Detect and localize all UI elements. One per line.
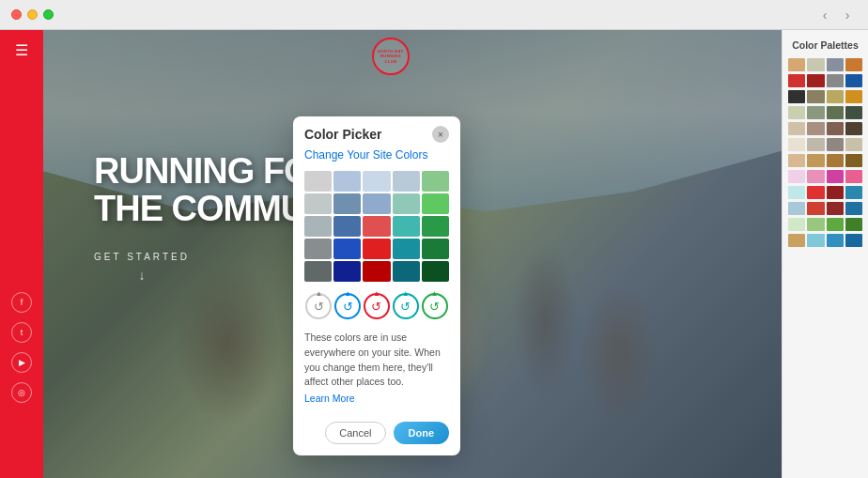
cancel-button[interactable]: Cancel [325,422,385,444]
reset-button-red[interactable]: ▲ ↺ [364,293,390,319]
color-grid [293,171,460,282]
palette-swatch [827,170,844,183]
forward-button[interactable]: › [838,6,857,24]
color-cell[interactable] [422,193,449,214]
traffic-lights [11,9,54,20]
palette-swatch [807,90,824,103]
site-sidebar: ☰ f t ▶ ◎ [0,30,43,478]
indicator-green: ▲ [431,289,439,298]
color-cell[interactable] [393,171,420,192]
palette-row[interactable] [788,202,862,215]
palette-row[interactable] [788,170,862,183]
minimize-traffic-light[interactable] [27,9,38,20]
hamburger-icon[interactable]: ☰ [15,41,28,59]
twitter-icon[interactable]: t [11,322,32,343]
palette-row[interactable] [788,74,862,87]
palette-swatch [827,58,844,71]
color-cell[interactable] [422,261,449,282]
done-button[interactable]: Done [394,422,450,444]
palette-swatch [788,138,805,151]
close-traffic-light[interactable] [11,9,22,20]
dialog-footer: Cancel Done [293,414,460,455]
dialog-close-button[interactable]: × [432,126,449,143]
color-cell[interactable] [393,193,420,214]
palette-swatch [807,234,824,247]
palette-swatch [807,170,824,183]
palette-row[interactable] [788,106,862,119]
color-cell[interactable] [333,216,361,237]
color-cell[interactable] [422,171,449,192]
indicator-red: ▲ [373,289,380,298]
palette-swatch [788,170,805,183]
palette-swatch [807,218,824,231]
color-cell[interactable] [422,239,449,259]
cta-label: GET STARTED [94,252,190,262]
palette-swatch [807,122,824,135]
palette-row[interactable] [788,154,862,167]
palette-swatch [788,154,805,167]
back-button[interactable]: ‹ [815,6,834,24]
palette-row[interactable] [788,138,862,151]
palette-swatch [807,154,824,167]
site-logo[interactable]: NORTH BAYRUNNINGCLUB [372,38,410,75]
indicator-neutral: ▲ [315,289,322,298]
palette-swatch [788,218,805,231]
color-cell[interactable] [333,193,361,214]
maximize-traffic-light[interactable] [43,9,54,20]
palette-row[interactable] [788,90,862,103]
reset-button-neutral[interactable]: ▲ ↺ [305,293,332,319]
color-cell[interactable] [393,239,420,259]
learn-more-link[interactable]: Learn More [304,392,449,407]
palette-row[interactable] [788,58,862,71]
logo-circle: NORTH BAYRUNNINGCLUB [372,38,410,75]
palette-swatch [845,154,862,167]
palette-swatch [827,106,844,119]
dialog-subtitle[interactable]: Change Your Site Colors [293,148,460,171]
palette-swatch [827,234,844,247]
palette-row[interactable] [788,186,862,199]
color-cell[interactable] [304,193,332,214]
palette-swatch [845,138,862,151]
color-cell[interactable] [333,261,361,282]
palette-swatch [788,122,805,135]
color-cell[interactable] [363,193,390,214]
color-cell[interactable] [363,171,390,192]
color-cell[interactable] [333,239,361,259]
palette-swatch [807,202,824,215]
palette-swatch [827,202,844,215]
social-icons-group: f t ▶ ◎ [11,292,32,403]
youtube-icon[interactable]: ▶ [11,352,32,373]
logo-text: NORTH BAYRUNNINGCLUB [378,49,404,64]
palette-row[interactable] [788,122,862,135]
palette-row[interactable] [788,234,862,247]
palette-swatch [807,58,824,71]
palette-swatch [827,122,844,135]
color-cell[interactable] [422,216,449,237]
color-cell[interactable] [393,216,420,237]
instagram-icon[interactable]: ◎ [11,382,32,403]
indicator-teal: ▲ [402,289,410,298]
color-picker-dialog: Color Picker × Change Your Site Colors ▲… [293,116,460,455]
palette-swatch [845,170,862,183]
palette-swatch [827,154,844,167]
color-cell[interactable] [363,216,390,237]
color-cell[interactable] [304,261,332,282]
palette-row[interactable] [788,218,862,231]
dialog-description: These colors are in use everywhere on yo… [293,327,460,414]
color-cell[interactable] [363,239,390,259]
palette-swatch [788,202,805,215]
site-preview: ☰ f t ▶ ◎ NORTH BAYRUNNINGCLUB RUNNING F… [0,30,782,478]
color-cell[interactable] [304,171,332,192]
color-actions: ▲ ↺ ▲ ↺ ▲ ↺ ▲ ↺ ▲ ↺ [293,289,460,327]
color-cell[interactable] [363,261,390,282]
color-cell[interactable] [333,171,361,192]
palette-swatch [845,186,862,199]
facebook-icon[interactable]: f [11,292,32,313]
reset-button-blue[interactable]: ▲ ↺ [334,293,361,319]
color-cell[interactable] [304,239,332,259]
reset-button-teal[interactable]: ▲ ↺ [393,293,419,319]
color-cell[interactable] [393,261,420,282]
color-cell[interactable] [304,216,332,237]
cta-button[interactable]: GET STARTED ↓ [94,247,190,283]
reset-button-green[interactable]: ▲ ↺ [422,293,448,319]
